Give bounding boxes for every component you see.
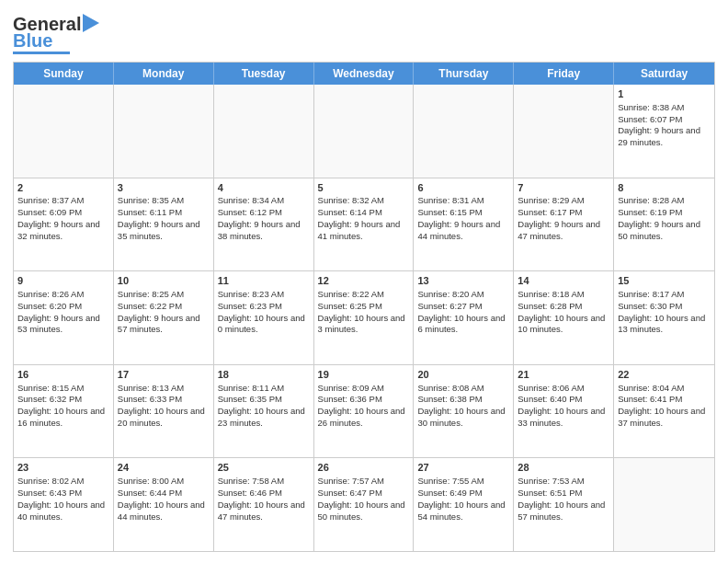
day-number: 10 [118, 274, 210, 288]
day-info: Sunrise: 7:58 AM Sunset: 6:46 PM Dayligh… [218, 476, 308, 521]
logo-blue: Blue [13, 31, 52, 50]
day-number: 14 [518, 274, 609, 288]
calendar-cell: 12Sunrise: 8:22 AM Sunset: 6:25 PM Dayli… [314, 271, 415, 364]
day-number: 8 [618, 181, 711, 195]
day-number: 13 [417, 274, 509, 288]
day-number: 25 [218, 461, 310, 475]
day-info: Sunrise: 8:02 AM Sunset: 6:43 PM Dayligh… [17, 476, 108, 521]
day-number: 12 [318, 274, 410, 288]
calendar-cell: 15Sunrise: 8:17 AM Sunset: 6:30 PM Dayli… [614, 271, 714, 364]
day-info: Sunrise: 7:57 AM Sunset: 6:47 PM Dayligh… [318, 476, 408, 521]
day-number: 6 [417, 181, 509, 195]
calendar: SundayMondayTuesdayWednesdayThursdayFrid… [13, 62, 715, 552]
calendar-cell: 27Sunrise: 7:55 AM Sunset: 6:49 PM Dayli… [414, 458, 514, 551]
day-info: Sunrise: 8:11 AM Sunset: 6:35 PM Dayligh… [218, 383, 308, 428]
weekday-header: Tuesday [214, 63, 314, 85]
day-number: 16 [17, 368, 109, 382]
day-info: Sunrise: 8:34 AM Sunset: 6:12 PM Dayligh… [218, 195, 302, 240]
day-info: Sunrise: 8:32 AM Sunset: 6:14 PM Dayligh… [318, 195, 403, 240]
day-number: 2 [17, 181, 109, 195]
calendar-cell: 5Sunrise: 8:32 AM Sunset: 6:14 PM Daylig… [314, 178, 415, 271]
calendar-cell [614, 458, 714, 551]
day-info: Sunrise: 8:09 AM Sunset: 6:36 PM Dayligh… [318, 383, 408, 428]
day-number: 3 [118, 181, 210, 195]
calendar-row: 23Sunrise: 8:02 AM Sunset: 6:43 PM Dayli… [14, 458, 714, 551]
calendar-cell: 25Sunrise: 7:58 AM Sunset: 6:46 PM Dayli… [214, 458, 314, 551]
calendar-cell: 2Sunrise: 8:37 AM Sunset: 6:09 PM Daylig… [14, 178, 114, 271]
day-info: Sunrise: 7:53 AM Sunset: 6:51 PM Dayligh… [518, 476, 608, 521]
calendar-cell: 19Sunrise: 8:09 AM Sunset: 6:36 PM Dayli… [314, 365, 415, 458]
calendar-cell: 10Sunrise: 8:25 AM Sunset: 6:22 PM Dayli… [114, 271, 214, 364]
calendar-cell: 22Sunrise: 8:04 AM Sunset: 6:41 PM Dayli… [614, 365, 714, 458]
day-number: 17 [118, 368, 210, 382]
day-info: Sunrise: 8:37 AM Sunset: 6:09 PM Dayligh… [17, 195, 102, 240]
calendar-header: SundayMondayTuesdayWednesdayThursdayFrid… [14, 63, 714, 85]
calendar-cell: 28Sunrise: 7:53 AM Sunset: 6:51 PM Dayli… [514, 458, 614, 551]
day-number: 22 [618, 368, 711, 382]
weekday-header: Sunday [14, 63, 114, 85]
day-number: 23 [17, 461, 109, 475]
calendar-cell [414, 85, 514, 178]
day-number: 20 [417, 368, 509, 382]
calendar-cell: 18Sunrise: 8:11 AM Sunset: 6:35 PM Dayli… [214, 365, 314, 458]
day-number: 19 [318, 368, 410, 382]
calendar-row: 1Sunrise: 8:38 AM Sunset: 6:07 PM Daylig… [14, 85, 714, 178]
day-info: Sunrise: 8:31 AM Sunset: 6:15 PM Dayligh… [417, 195, 502, 240]
day-number: 9 [17, 274, 109, 288]
day-info: Sunrise: 8:13 AM Sunset: 6:33 PM Dayligh… [118, 383, 208, 428]
logo: General Blue [13, 15, 99, 54]
day-info: Sunrise: 8:28 AM Sunset: 6:19 PM Dayligh… [618, 195, 702, 240]
day-info: Sunrise: 8:38 AM Sunset: 6:07 PM Dayligh… [618, 102, 702, 147]
calendar-row: 2Sunrise: 8:37 AM Sunset: 6:09 PM Daylig… [14, 178, 714, 272]
calendar-cell: 16Sunrise: 8:15 AM Sunset: 6:32 PM Dayli… [14, 365, 114, 458]
calendar-cell: 20Sunrise: 8:08 AM Sunset: 6:38 PM Dayli… [414, 365, 514, 458]
day-number: 7 [518, 181, 609, 195]
day-number: 27 [417, 461, 509, 475]
logo-icon [83, 14, 99, 32]
calendar-cell: 26Sunrise: 7:57 AM Sunset: 6:47 PM Dayli… [314, 458, 415, 551]
calendar-cell [214, 85, 314, 178]
day-number: 24 [118, 461, 210, 475]
calendar-cell [514, 85, 614, 178]
day-info: Sunrise: 8:08 AM Sunset: 6:38 PM Dayligh… [417, 383, 507, 428]
day-info: Sunrise: 7:55 AM Sunset: 6:49 PM Dayligh… [417, 476, 507, 521]
calendar-cell [14, 85, 114, 178]
logo-underline [13, 52, 70, 54]
calendar-cell: 4Sunrise: 8:34 AM Sunset: 6:12 PM Daylig… [214, 178, 314, 271]
page: General Blue SundayMondayTuesdayWednesda… [0, 0, 728, 563]
day-number: 21 [518, 368, 609, 382]
weekday-header: Monday [114, 63, 214, 85]
calendar-cell: 7Sunrise: 8:29 AM Sunset: 6:17 PM Daylig… [514, 178, 614, 271]
day-number: 11 [218, 274, 310, 288]
calendar-row: 9Sunrise: 8:26 AM Sunset: 6:20 PM Daylig… [14, 271, 714, 365]
day-number: 15 [618, 274, 711, 288]
day-info: Sunrise: 8:35 AM Sunset: 6:11 PM Dayligh… [118, 195, 202, 240]
day-info: Sunrise: 8:20 AM Sunset: 6:27 PM Dayligh… [417, 289, 507, 334]
day-number: 5 [318, 181, 410, 195]
calendar-cell: 17Sunrise: 8:13 AM Sunset: 6:33 PM Dayli… [114, 365, 214, 458]
day-info: Sunrise: 8:00 AM Sunset: 6:44 PM Dayligh… [118, 476, 208, 521]
day-info: Sunrise: 8:15 AM Sunset: 6:32 PM Dayligh… [17, 383, 108, 428]
header: General Blue [13, 11, 715, 54]
calendar-cell: 8Sunrise: 8:28 AM Sunset: 6:19 PM Daylig… [614, 178, 714, 271]
calendar-body: 1Sunrise: 8:38 AM Sunset: 6:07 PM Daylig… [14, 85, 714, 551]
calendar-cell: 23Sunrise: 8:02 AM Sunset: 6:43 PM Dayli… [14, 458, 114, 551]
weekday-header: Wednesday [314, 63, 415, 85]
day-info: Sunrise: 8:25 AM Sunset: 6:22 PM Dayligh… [118, 289, 202, 334]
day-info: Sunrise: 8:23 AM Sunset: 6:23 PM Dayligh… [218, 289, 308, 334]
day-number: 26 [318, 461, 410, 475]
day-number: 18 [218, 368, 310, 382]
calendar-cell: 24Sunrise: 8:00 AM Sunset: 6:44 PM Dayli… [114, 458, 214, 551]
day-info: Sunrise: 8:18 AM Sunset: 6:28 PM Dayligh… [518, 289, 608, 334]
calendar-cell: 13Sunrise: 8:20 AM Sunset: 6:27 PM Dayli… [414, 271, 514, 364]
day-number: 28 [518, 461, 609, 475]
weekday-header: Saturday [614, 63, 714, 85]
day-info: Sunrise: 8:17 AM Sunset: 6:30 PM Dayligh… [618, 289, 708, 334]
day-info: Sunrise: 8:26 AM Sunset: 6:20 PM Dayligh… [17, 289, 102, 334]
calendar-cell: 9Sunrise: 8:26 AM Sunset: 6:20 PM Daylig… [14, 271, 114, 364]
weekday-header: Friday [514, 63, 614, 85]
day-info: Sunrise: 8:06 AM Sunset: 6:40 PM Dayligh… [518, 383, 608, 428]
calendar-cell: 11Sunrise: 8:23 AM Sunset: 6:23 PM Dayli… [214, 271, 314, 364]
calendar-cell: 21Sunrise: 8:06 AM Sunset: 6:40 PM Dayli… [514, 365, 614, 458]
calendar-cell: 3Sunrise: 8:35 AM Sunset: 6:11 PM Daylig… [114, 178, 214, 271]
